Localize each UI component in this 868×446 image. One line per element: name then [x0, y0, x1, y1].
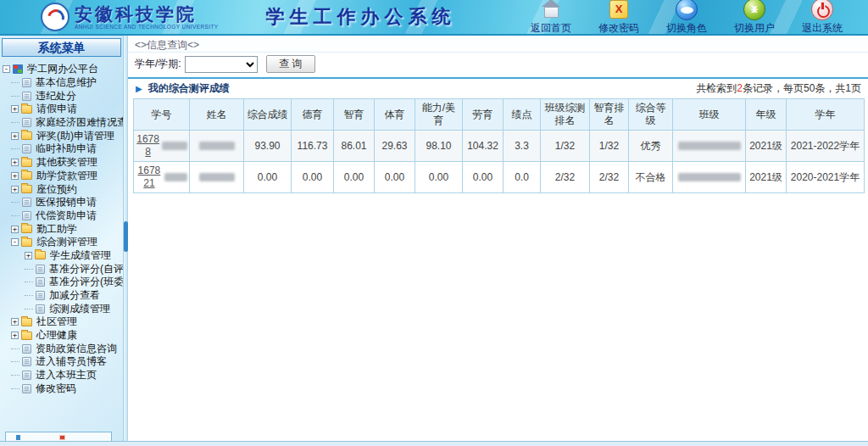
- banner-action-label: 切换用户: [734, 21, 775, 36]
- sidebar-item[interactable]: 基本信息维护: [0, 76, 123, 90]
- tree-toggle-icon[interactable]: -: [11, 238, 19, 246]
- banner-action-label: 修改密码: [598, 21, 639, 36]
- sidebar-item-label: 违纪处分: [36, 89, 76, 103]
- sidebar-item[interactable]: 家庭经济困难情况查看: [0, 116, 123, 130]
- sidebar-item[interactable]: +助学贷款管理: [0, 170, 123, 183]
- platform-icon: [13, 64, 23, 74]
- tree-connector-line: [25, 282, 33, 282]
- column-header: 姓名: [190, 99, 244, 131]
- tree-toggle-icon[interactable]: +: [11, 332, 19, 339]
- folder-icon: [21, 318, 32, 326]
- sidebar-item[interactable]: 进入本班主页: [0, 369, 123, 382]
- sidebar-item[interactable]: +评奖(助)申请管理: [0, 129, 123, 142]
- sidebar-item[interactable]: +请假申请: [0, 103, 123, 116]
- doc-icon: [22, 118, 31, 127]
- triangle-expand-icon[interactable]: ▶: [136, 84, 142, 93]
- sidebar-item-label: 家庭经济困难情况查看: [36, 116, 123, 130]
- results-panel: ▶ 我的综合测评成绩 共检索到2条记录，每页50条，共1页 学号姓名综合成绩德育…: [128, 77, 868, 441]
- sidebar-item[interactable]: +其他获奖管理: [0, 156, 123, 170]
- banner-action-password[interactable]: 修改密码: [598, 0, 639, 36]
- table-cell: 116.73: [292, 131, 334, 162]
- switch-role-icon: [676, 0, 698, 20]
- sidebar-item-label: 医保报销申请: [36, 196, 97, 209]
- tree-toggle-icon[interactable]: +: [25, 252, 32, 259]
- student-id-text: 167821: [136, 164, 163, 190]
- sidebar-item-label: 基准分评分(自评): [49, 262, 123, 276]
- doc-icon: [22, 211, 31, 220]
- table-cell: 3.3: [504, 131, 541, 162]
- switch-user-icon: [743, 0, 765, 20]
- tree-toggle-icon[interactable]: +: [11, 226, 19, 233]
- university-subtitle: ANHUI SCIENCE AND TECHNOLOGY UNIVERSITY: [75, 24, 219, 30]
- sidebar-title: 系统菜单: [2, 38, 121, 57]
- doc-icon: [36, 291, 45, 300]
- sidebar-item[interactable]: 医保报销申请: [0, 196, 123, 209]
- sidebar-item[interactable]: 基准分评分(自评): [0, 262, 123, 276]
- breadcrumb-text: <>信息查询<>: [135, 39, 199, 51]
- sidebar-item[interactable]: 加减分查看: [0, 289, 123, 303]
- brand: 安徽科技学院 ANHUI SCIENCE AND TECHNOLOGY UNIV…: [41, 3, 219, 31]
- table-cell: 0.0: [504, 162, 541, 193]
- brand-text: 安徽科技学院 ANHUI SCIENCE AND TECHNOLOGY UNIV…: [75, 5, 219, 30]
- folder-icon: [21, 171, 32, 180]
- top-banner: 安徽科技学院 ANHUI SCIENCE AND TECHNOLOGY UNIV…: [0, 0, 868, 36]
- student-id-link[interactable]: 167821: [136, 164, 187, 190]
- sidebar-item[interactable]: 临时补助申请: [0, 142, 123, 156]
- table-header-row: 学号姓名综合成绩德育智育体育能力/美育劳育绩点班级综测排名智育排名综合等级班级年…: [134, 99, 865, 131]
- tree-toggle-icon[interactable]: +: [11, 186, 19, 193]
- sidebar-item[interactable]: -综合测评管理: [0, 236, 123, 249]
- sidebar-item[interactable]: 基准分评分(班委): [0, 276, 123, 289]
- query-button[interactable]: 查 询: [266, 55, 315, 73]
- sidebar-item[interactable]: 修改密码: [0, 382, 123, 396]
- sidebar-item[interactable]: +心理健康: [0, 329, 123, 343]
- sidebar-item[interactable]: +勤工助学: [0, 222, 123, 236]
- tree-toggle-icon[interactable]: +: [11, 159, 19, 166]
- tree-connector-line: [25, 269, 33, 270]
- table-cell: [190, 131, 244, 162]
- breadcrumb: <>信息查询<>: [128, 38, 868, 53]
- section-header: ▶ 我的综合测评成绩 共检索到2条记录，每页50条，共1页: [128, 79, 868, 98]
- student-id-link[interactable]: 16788: [136, 133, 187, 159]
- table-cell: 16788: [134, 131, 190, 162]
- tree-toggle-icon[interactable]: +: [11, 105, 19, 113]
- masked-text: [162, 142, 187, 150]
- home-icon: [539, 0, 563, 20]
- sidebar-item-label: 其他获奖管理: [36, 156, 97, 170]
- sidebar-item[interactable]: 综测成绩管理: [0, 302, 123, 315]
- banner-action-home[interactable]: 返回首页: [531, 0, 571, 36]
- sidebar-item[interactable]: +学生成绩管理: [0, 249, 123, 263]
- sidebar-item[interactable]: 代偿资助申请: [0, 209, 123, 223]
- masked-text: [678, 142, 741, 150]
- sidebar-item-label: 座位预约: [36, 182, 77, 196]
- sidebar-item[interactable]: -学工网办公平台: [0, 63, 123, 76]
- column-header: 学年: [787, 99, 865, 131]
- term-select[interactable]: [185, 56, 258, 73]
- table-cell: 93.90: [244, 131, 292, 162]
- tree-toggle-icon[interactable]: +: [11, 132, 19, 140]
- doc-icon: [36, 265, 45, 274]
- column-header: 综合等级: [629, 99, 673, 131]
- table-cell: 2021级: [746, 131, 787, 162]
- sidebar-item[interactable]: +座位预约: [0, 182, 123, 196]
- sidebar-item[interactable]: 违纪处分: [0, 89, 123, 103]
- folder-icon: [21, 159, 32, 167]
- folder-icon: [21, 238, 32, 247]
- tree-connector-line: [11, 388, 19, 389]
- sidebar-item[interactable]: 进入辅导员博客: [0, 355, 123, 369]
- banner-action-exit[interactable]: 退出系统: [802, 0, 843, 36]
- tree-connector-line: [11, 122, 19, 123]
- column-header: 班级: [673, 99, 746, 131]
- tree-toggle-icon[interactable]: +: [11, 318, 19, 326]
- sidebar-item[interactable]: 资助政策信息咨询: [0, 342, 123, 355]
- tree-toggle-icon[interactable]: -: [3, 65, 10, 73]
- university-logo-icon: [41, 3, 70, 31]
- banner-action-user[interactable]: 切换用户: [734, 0, 775, 36]
- masked-text: [678, 173, 741, 181]
- tree-toggle-icon[interactable]: +: [11, 172, 19, 180]
- term-filter-label: 学年/学期:: [135, 57, 181, 71]
- widget-blue-icon: [16, 435, 20, 440]
- banner-action-role[interactable]: 切换角色: [666, 0, 707, 36]
- splitter-collapse-handle[interactable]: [124, 221, 128, 252]
- tree-connector-line: [11, 348, 19, 349]
- sidebar-item[interactable]: +社区管理: [0, 315, 123, 329]
